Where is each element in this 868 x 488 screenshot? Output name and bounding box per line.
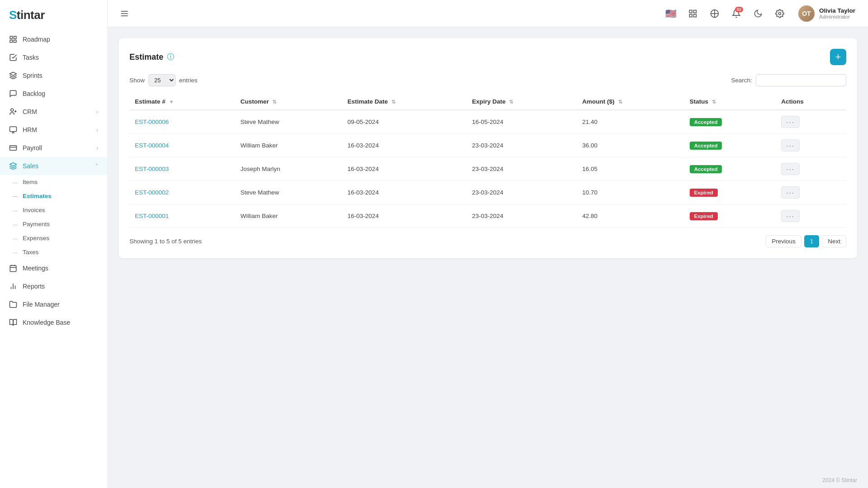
sidebar-sub-items-label: Items bbox=[23, 179, 38, 185]
page-header: Estimate ⓘ + bbox=[129, 49, 846, 65]
estimate-link-3[interactable]: EST-000002 bbox=[135, 189, 169, 196]
sidebar-item-knowledge-base-label: Knowledge Base bbox=[23, 319, 98, 326]
user-info: Olivia Taylor Administrator bbox=[819, 7, 855, 19]
svg-rect-11 bbox=[689, 10, 692, 13]
user-profile-area[interactable]: OT Olivia Taylor Administrator bbox=[795, 4, 859, 24]
status-badge-3: Expired bbox=[690, 189, 718, 197]
col-expiry-date[interactable]: Expiry Date ⇅ bbox=[467, 94, 577, 110]
cell-amount-4: 42.80 bbox=[577, 204, 684, 228]
estimate-link-0[interactable]: EST-000006 bbox=[135, 118, 169, 125]
search-label: Search: bbox=[731, 77, 752, 84]
sidebar-item-crm[interactable]: CRM › bbox=[0, 103, 107, 121]
sidebar-item-backlog[interactable]: Backlog bbox=[0, 85, 107, 103]
language-selector[interactable]: 🇺🇸 bbox=[663, 6, 679, 21]
search-input[interactable] bbox=[756, 74, 846, 86]
svg-rect-3 bbox=[14, 40, 16, 43]
status-badge-1: Accepted bbox=[690, 142, 722, 150]
status-badge-2: Accepted bbox=[690, 165, 722, 173]
cell-expiry-date-1: 23-03-2024 bbox=[467, 134, 577, 157]
sidebar-item-sales[interactable]: Sales ˅ bbox=[0, 157, 107, 175]
estimate-link-2[interactable]: EST-000003 bbox=[135, 166, 169, 172]
sidebar-sub-payments[interactable]: Payments bbox=[0, 217, 107, 231]
meetings-icon bbox=[9, 264, 17, 272]
sidebar-sub-taxes[interactable]: Taxes bbox=[0, 245, 107, 259]
sidebar-item-backlog-label: Backlog bbox=[23, 90, 98, 97]
entries-per-page-select[interactable]: 25 10 50 100 bbox=[148, 74, 176, 86]
menu-toggle-button[interactable] bbox=[117, 6, 132, 21]
sidebar-item-sprints-label: Sprints bbox=[23, 72, 98, 79]
sidebar-item-payroll[interactable]: Payroll › bbox=[0, 139, 107, 157]
sidebar-item-crm-label: CRM bbox=[23, 108, 91, 115]
sort-expiry-date-icon: ⇅ bbox=[509, 99, 513, 104]
avatar: OT bbox=[798, 5, 815, 22]
table-body: EST-000006 Steve Mathew 09-05-2024 16-05… bbox=[129, 110, 846, 228]
cell-estimate-no-1: EST-000004 bbox=[129, 134, 235, 157]
page-1-button[interactable]: 1 bbox=[804, 235, 820, 247]
sidebar-item-file-manager[interactable]: File Manager bbox=[0, 295, 107, 313]
col-customer[interactable]: Customer ⇅ bbox=[235, 94, 342, 110]
col-amount[interactable]: Amount ($) ⇅ bbox=[577, 94, 684, 110]
sort-customer-icon: ⇅ bbox=[272, 99, 277, 104]
show-label: Show bbox=[129, 77, 145, 84]
sidebar-sub-items[interactable]: Items bbox=[0, 175, 107, 189]
sidebar-item-roadmap[interactable]: Roadmap bbox=[0, 30, 107, 48]
sort-status-icon: ⇅ bbox=[712, 99, 716, 104]
actions-button-2[interactable]: ··· bbox=[781, 163, 800, 175]
sidebar-item-tasks[interactable]: Tasks bbox=[0, 48, 107, 66]
settings-button[interactable] bbox=[772, 6, 787, 21]
actions-button-0[interactable]: ··· bbox=[781, 116, 800, 128]
notification-badge: 52 bbox=[735, 7, 743, 12]
cell-customer-4: William Baker bbox=[235, 204, 342, 228]
cell-status-1: Accepted bbox=[684, 134, 776, 157]
sidebar-item-knowledge-base[interactable]: Knowledge Base bbox=[0, 313, 107, 332]
status-badge-4: Expired bbox=[690, 212, 718, 220]
cell-actions-0: ··· bbox=[776, 110, 846, 134]
col-actions: Actions bbox=[776, 94, 846, 110]
actions-button-4[interactable]: ··· bbox=[781, 210, 800, 222]
actions-button-3[interactable]: ··· bbox=[781, 186, 800, 199]
info-icon[interactable]: ⓘ bbox=[167, 52, 174, 62]
flag-icon: 🇺🇸 bbox=[665, 8, 677, 19]
estimate-link-4[interactable]: EST-000001 bbox=[135, 213, 169, 219]
payroll-chevron: › bbox=[96, 145, 98, 151]
sidebar-item-file-manager-label: File Manager bbox=[23, 301, 98, 308]
sidebar-item-reports-label: Reports bbox=[23, 283, 98, 290]
sales-chevron: ˅ bbox=[95, 163, 98, 169]
actions-button-1[interactable]: ··· bbox=[781, 139, 800, 152]
dark-mode-button[interactable] bbox=[750, 6, 766, 21]
cell-actions-1: ··· bbox=[776, 134, 846, 157]
next-page-button[interactable]: Next bbox=[822, 235, 846, 247]
apps-grid-button[interactable] bbox=[685, 6, 701, 21]
table-row: EST-000003 Joseph Marlyn 16-03-2024 23-0… bbox=[129, 157, 846, 181]
sidebar-item-roadmap-label: Roadmap bbox=[23, 36, 98, 43]
sidebar-sub-expenses[interactable]: Expenses bbox=[0, 231, 107, 245]
show-entries: Show 25 10 50 100 entries bbox=[129, 74, 197, 86]
sidebar-sub-taxes-label: Taxes bbox=[23, 249, 38, 256]
cell-status-2: Accepted bbox=[684, 157, 776, 181]
notifications-button[interactable]: 52 bbox=[729, 6, 744, 21]
cell-actions-3: ··· bbox=[776, 181, 846, 204]
col-estimate-no[interactable]: Estimate # ▼ bbox=[129, 94, 235, 110]
sidebar-sub-invoices[interactable]: Invoices bbox=[0, 203, 107, 217]
cell-amount-3: 10.70 bbox=[577, 181, 684, 204]
sidebar-item-sprints[interactable]: Sprints bbox=[0, 66, 107, 85]
col-estimate-date[interactable]: Estimate Date ⇅ bbox=[342, 94, 467, 110]
add-estimate-button[interactable]: + bbox=[830, 49, 846, 65]
estimate-link-1[interactable]: EST-000004 bbox=[135, 142, 169, 149]
layout-button[interactable] bbox=[707, 6, 722, 21]
header-icons: 🇺🇸 52 bbox=[663, 6, 787, 21]
sidebar-sub-estimates[interactable]: Estimates bbox=[0, 189, 107, 203]
previous-page-button[interactable]: Previous bbox=[766, 235, 801, 247]
cell-estimate-date-1: 16-03-2024 bbox=[342, 134, 467, 157]
sidebar-item-reports[interactable]: Reports bbox=[0, 277, 107, 295]
pagination-area: Showing 1 to 5 of 5 entries Previous 1 N… bbox=[129, 235, 846, 247]
sidebar-item-hrm[interactable]: HRM › bbox=[0, 121, 107, 139]
sidebar-item-meetings-label: Meetings bbox=[23, 265, 98, 272]
sprints-icon bbox=[9, 71, 17, 80]
sidebar-item-meetings[interactable]: Meetings bbox=[0, 259, 107, 277]
col-status[interactable]: Status ⇅ bbox=[684, 94, 776, 110]
sidebar-item-payroll-label: Payroll bbox=[23, 144, 91, 152]
estimates-table: Estimate # ▼ Customer ⇅ Estimate Date ⇅ bbox=[129, 94, 846, 228]
file-manager-icon bbox=[9, 300, 17, 308]
cell-status-3: Expired bbox=[684, 181, 776, 204]
